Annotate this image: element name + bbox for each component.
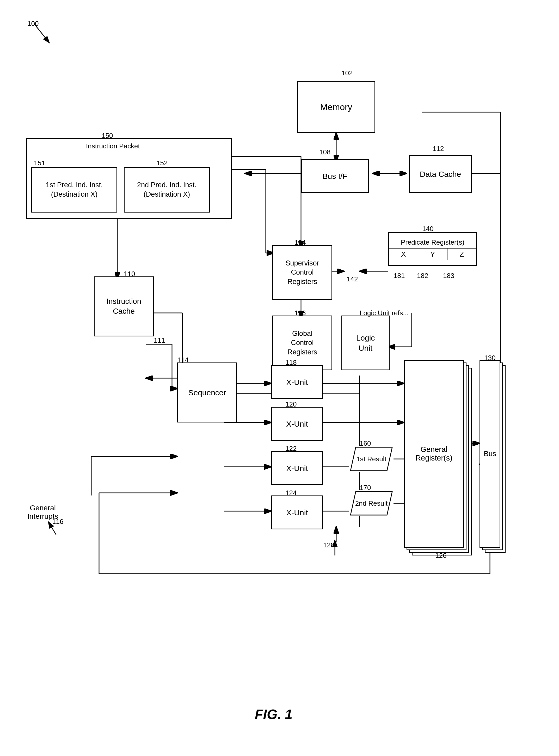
- general-interrupts-arrow: [46, 516, 61, 537]
- result-1st-box: 1st Result: [349, 446, 394, 472]
- ref-142: 142: [346, 275, 358, 283]
- logic-unit-box: Logic Unit: [341, 316, 389, 370]
- memory-label: Memory: [320, 101, 352, 113]
- ref-100-arrow: [26, 18, 57, 49]
- pred-ind-2-box: 2nd Pred. Ind. Inst. (Destination X): [124, 167, 210, 213]
- global-control-box: Global Control Registers: [272, 316, 332, 370]
- predicate-registers-box: Predicate Register(s) X Y Z: [388, 232, 477, 266]
- xunit-122-box: X-Unit: [271, 451, 323, 485]
- ref-128-arrow: [330, 537, 345, 558]
- supervisor-control-box: Supervisor Control Registers: [272, 245, 332, 300]
- ref-170: 170: [360, 484, 371, 492]
- pred-ind-1-label: 1st Pred. Ind. Inst. (Destination X): [46, 180, 103, 199]
- ref-120: 120: [285, 400, 296, 408]
- sequencer-box: Sequencer: [177, 363, 237, 423]
- ref-logic-unit: Logic Unit refs...: [360, 309, 409, 317]
- ref-140: 140: [422, 225, 433, 233]
- data-cache-box: Data Cache: [409, 155, 472, 193]
- ref-126: 126: [435, 552, 446, 560]
- pred-ind-1-box: 1st Pred. Ind. Inst. (Destination X): [31, 167, 117, 213]
- ref-152: 152: [156, 159, 167, 167]
- instruction-cache-label: Instruction Cache: [106, 297, 141, 316]
- ref-111: 111: [154, 337, 165, 345]
- instruction-packet-label: Instruction Packet: [86, 142, 140, 150]
- ref-150: 150: [102, 132, 113, 140]
- bus-if-label: Bus I/F: [322, 171, 347, 181]
- sequencer-label: Sequencer: [188, 388, 226, 398]
- ref-134: 134: [294, 239, 306, 247]
- ref-181: 181: [394, 272, 405, 280]
- diagram-container: 100 Memory 102 Bus I/F 108 Data Cache 11…: [0, 0, 559, 756]
- pred-y-cell: Y: [418, 249, 447, 260]
- instruction-cache-box: Instruction Cache: [94, 276, 154, 337]
- svg-line-53: [34, 23, 49, 43]
- ref-114: 114: [177, 356, 188, 364]
- ref-102: 102: [341, 69, 353, 77]
- ref-110: 110: [124, 270, 135, 278]
- figure-label: FIG. 1: [222, 707, 326, 722]
- ref-160: 160: [360, 439, 371, 448]
- ref-130: 130: [484, 354, 495, 362]
- xunit-122-label: X-Unit: [286, 463, 308, 473]
- general-registers-label: General Register(s): [416, 445, 452, 462]
- result-2nd-box: 2nd Result: [349, 490, 394, 516]
- memory-box: Memory: [297, 81, 375, 133]
- ref-151: 151: [34, 159, 45, 167]
- ref-112: 112: [432, 145, 444, 153]
- xunit-120-box: X-Unit: [271, 407, 323, 441]
- supervisor-control-label: Supervisor Control Registers: [285, 259, 319, 286]
- pred-z-cell: Z: [447, 249, 476, 260]
- xunit-118-box: X-Unit: [271, 365, 323, 399]
- data-cache-label: Data Cache: [420, 169, 461, 179]
- ref-118: 118: [285, 359, 296, 367]
- xunit-120-label: X-Unit: [286, 419, 308, 429]
- result-1st-label: 1st Result: [356, 455, 386, 463]
- xunit-118-label: X-Unit: [286, 377, 308, 387]
- ref-183: 183: [443, 272, 454, 280]
- xunit-124-box: X-Unit: [271, 496, 323, 530]
- bus-if-box: Bus I/F: [301, 159, 369, 193]
- svg-line-58: [48, 522, 56, 535]
- global-control-label: Global Control Registers: [287, 329, 317, 357]
- pred-ind-2-label: 2nd Pred. Ind. Inst. (Destination X): [137, 180, 197, 199]
- ref-182: 182: [417, 272, 428, 280]
- ref-124: 124: [285, 489, 296, 497]
- pred-x-cell: X: [389, 249, 418, 260]
- ref-136: 136: [294, 309, 306, 317]
- logic-unit-label: Logic Unit: [356, 333, 375, 353]
- result-2nd-label: 2nd Result: [355, 499, 387, 507]
- bus-label: Bus: [484, 450, 496, 458]
- ref-108: 108: [319, 148, 331, 156]
- predicate-registers-label: Predicate Register(s): [401, 238, 464, 247]
- ref-122: 122: [285, 445, 296, 453]
- xunit-124-label: X-Unit: [286, 507, 308, 518]
